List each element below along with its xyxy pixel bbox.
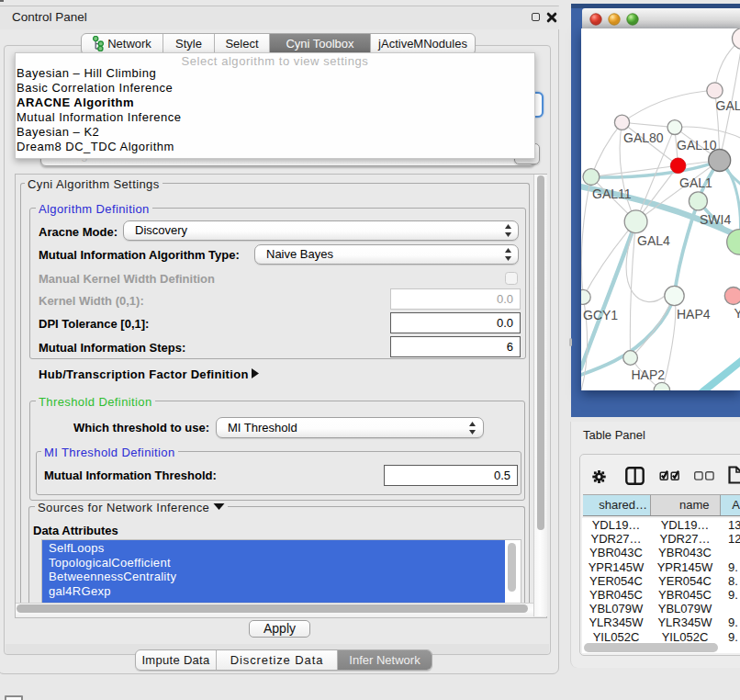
svg-text:HAP4: HAP4: [677, 307, 711, 322]
svg-text:HAP2: HAP2: [632, 367, 666, 382]
svg-text:GAL4: GAL4: [637, 233, 670, 248]
svg-text:GAL1: GAL1: [679, 175, 712, 190]
svg-text:GAL80: GAL80: [623, 130, 664, 145]
svg-text:GAL11: GAL11: [592, 186, 632, 201]
svg-text:GAL10: GAL10: [677, 138, 717, 152]
svg-text:GCY1: GCY1: [583, 308, 618, 322]
svg-text:Y: Y: [734, 306, 740, 321]
svg-text:GAL: GAL: [716, 98, 740, 113]
svg-text:SWI4: SWI4: [700, 212, 731, 227]
